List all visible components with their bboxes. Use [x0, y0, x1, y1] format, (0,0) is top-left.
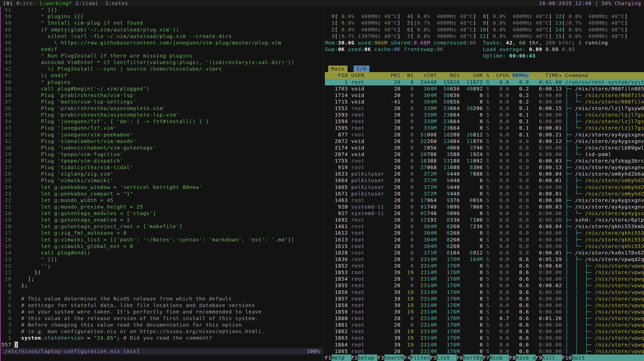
process-row[interactable]: 1859 root 39 19 2314M 176M 0 S 0.0 0.6 0… — [325, 308, 644, 315]
process-row[interactable]: 877 root 20 0 51008 18280 16812 S 0.0 0.… — [325, 131, 644, 138]
process-row[interactable]: 1623 polkituser 20 0 372M 9440 7888 S 0.… — [325, 171, 644, 177]
process-table-header[interactable]: PID USER PRI NI VIRT RES SHR S CPU% MEM%… — [325, 72, 644, 79]
fkey-f2-key[interactable]: F2 — [351, 354, 358, 361]
process-row[interactable]: 1665 polkituser 20 0 372M 9440 0 S 0.0 0… — [325, 184, 644, 190]
vim-line-number: 23 — [2, 191, 15, 197]
process-row[interactable]: 1855 root 20 0 2314M 176M 0 S 0.0 0.6 0:… — [325, 282, 644, 289]
fkey-f3-key[interactable]: F3 — [377, 354, 384, 361]
process-row[interactable]: 1755 root 20 0 18388 13180 11092 S 0.0 0… — [325, 158, 644, 164]
process-command: /run/current-system/systemd/li — [565, 79, 644, 85]
vim-line: 19 let g:gutentags_enabled = 1 — [2, 217, 322, 223]
vim-line-number: 4 — [2, 315, 15, 321]
process-row[interactable]: 1714 void 20 0 304M 58656 0 S 0.0 0.2 0:… — [325, 92, 644, 98]
process-user: root — [351, 197, 384, 203]
process-row[interactable]: 1615 root 20 0 304M 8260 0 S 0.0 0.0 0:0… — [325, 243, 644, 249]
process-row[interactable]: 1692 root 20 0 12192 8336 7100 S 0.0 0.0… — [325, 217, 644, 223]
process-row[interactable]: 1865 root 20 0 2314M 176M 0 S 0.0 0.6 0:… — [325, 348, 644, 354]
process-row[interactable]: 1664 polkituser 20 0 372M 9440 0 S 0.0 0… — [325, 177, 644, 184]
process-state: S — [486, 342, 490, 348]
process-row[interactable]: 919 root 20 0 37068 11608 8396 S 0.0 0.0… — [325, 164, 644, 171]
process-user: root — [351, 335, 384, 341]
process-row[interactable]: 1461 root 20 0 304M 8260 7236 S 0.0 0.0 … — [325, 223, 644, 230]
process-row-selected[interactable]: 1 root 20 0 24440 15816 11672 S 0.0 0.0 … — [325, 79, 644, 85]
fkey-f6-key[interactable]: F6 — [457, 354, 463, 361]
process-row[interactable]: 1594 root 20 0 330M 23664 0 S 0.0 0.1 0:… — [325, 118, 644, 125]
fkey-f10-key[interactable]: F10 — [562, 354, 572, 361]
process-state: S — [486, 309, 490, 315]
pane-divider[interactable] — [323, 7, 323, 361]
tree-branch-icon: │ │ ├─ — [565, 282, 595, 288]
process-row[interactable]: 1595 root 20 0 330M 23664 0 S 0.0 0.1 0:… — [325, 125, 644, 131]
process-command: /nix/store/ay4ygsxgnvxv4alw — [575, 138, 644, 144]
process-row[interactable]: 1861 root 20 0 2314M 176M 0 S 0.0 0.6 0:… — [325, 322, 644, 328]
process-row[interactable]: 1863 root 39 19 2314M 176M 0 S 0.0 0.6 0… — [325, 335, 644, 341]
process-pid: 1858 — [325, 302, 348, 308]
fkey-f3-search[interactable]: Search — [384, 354, 404, 361]
process-user: root — [351, 276, 384, 282]
process-row[interactable]: 1593 root 20 0 330M 23664 0 S 0.0 0.1 0:… — [325, 112, 644, 118]
process-row[interactable]: 1852 root 20 0 2314M 176M 0 S 0.0 0.6 0:… — [325, 263, 644, 269]
process-row[interactable]: 2072 void 20 0 22260 13484 11076 S 0.0 0… — [325, 138, 644, 144]
vim-line: 47 silent !curl -fLo ~/.vim/autoload/plu… — [2, 33, 322, 39]
cpu-meter-8: 8[ 0.0% 400MHz 48°C] — [480, 13, 552, 19]
process-pid: 1664 — [325, 177, 348, 183]
tree-branch-icon: ├─ — [565, 217, 575, 223]
fkey-f5-list[interactable]: List — [437, 354, 457, 361]
fkey-f4-filter[interactable]: Filter — [410, 354, 430, 361]
process-row[interactable]: 1612 root 20 0 304M 8260 0 S 0.0 0.0 0:0… — [325, 230, 644, 236]
process-pid: 1861 — [325, 322, 348, 328]
fkey-f4-key[interactable]: F4 — [404, 354, 410, 361]
fkey-f10-quit[interactable]: Quit — [572, 354, 644, 361]
process-row[interactable]: 927 systemd-ti 20 0 91748 9096 0 S 0.0 0… — [325, 210, 644, 217]
process-row[interactable]: 2074 void 20 0 20780 3588 1924 S 0.0 0.0… — [325, 151, 644, 158]
process-row[interactable]: 1854 root 20 0 2314M 176M 0 S 0.0 0.6 0:… — [325, 276, 644, 282]
process-row[interactable]: 1856 root 39 19 2314M 176M 0 S 0.0 0.6 0… — [325, 289, 644, 295]
process-row[interactable]: 1671 polkituser 20 0 372M 9440 0 S 0.0 0… — [325, 190, 644, 197]
process-row[interactable]: 1853 root 39 19 2314M 176M 0 S 0.0 0.6 0… — [325, 269, 644, 276]
header-sort-column-mem[interactable]: MEM%▽ — [512, 72, 529, 78]
fkey-f5-key[interactable]: F5 — [430, 354, 437, 361]
fkey-f7-nice[interactable]: Nice - — [490, 354, 509, 361]
process-row[interactable]: 1857 root 39 19 2314M 176M 0 S 0.0 0.6 0… — [325, 295, 644, 302]
tab-main[interactable]: Main — [328, 66, 347, 72]
process-row[interactable]: 1864 root 39 19 2314M 176M 0 S 0.0 0.6 0… — [325, 341, 644, 348]
process-row[interactable]: 1858 root 39 19 2314M 176M 0 S 0.0 0.6 0… — [325, 302, 644, 308]
process-user: root — [351, 237, 384, 243]
process-state: S — [486, 86, 490, 92]
process-row[interactable]: 1862 root 39 19 2314M 176M 0 S 0.0 0.6 0… — [325, 328, 644, 335]
process-row[interactable]: 1463 root 20 0 17964 9376 8016 S 0.0 0.0… — [325, 197, 644, 203]
tree-branch-icon: │ ├─ — [565, 230, 585, 236]
fkey-f1-key[interactable]: F1 — [325, 354, 331, 361]
vim-pane[interactable]: 51 " }}} 50 " plugins {{{ 49 " Install v… — [2, 0, 322, 361]
htop-pane[interactable]: 0[ 0.0% 400MHz 48°C] 4[ 0.0% 400MHz 48°C… — [325, 0, 644, 361]
process-row[interactable]: 1715 void -41 0 304M 58656 0 S 0.0 0.2 0… — [325, 98, 644, 105]
process-row[interactable]: 2174 void 20 0 5856 4068 3740 S 0.0 0.0 … — [325, 144, 644, 151]
fkey-f8-key[interactable]: F8 — [509, 354, 516, 361]
process-pid: 1863 — [325, 335, 348, 341]
fkey-f6-sortby[interactable]: SortBy — [463, 354, 483, 361]
process-command: /nix/store/vpwqd2q5y5 — [595, 269, 644, 275]
vim-line: 30 Plug 'ludovicchabant/vim-gutentags' — [2, 144, 322, 151]
fkey-f9-kill[interactable]: Kill — [542, 354, 562, 361]
uptime-row: Uptime: 00:06:43 — [325, 53, 644, 59]
process-row[interactable]: 1613 root 20 0 304M 8260 0 S 0.0 0.0 0:0… — [325, 236, 644, 243]
process-state: S — [486, 105, 490, 111]
process-row[interactable]: 1828 root 20 0 371M 8104 6912 S 0.0 0.0 … — [325, 249, 644, 256]
process-row[interactable]: 1836 root 20 0 2314M 176M 104M S 0.0 0.6… — [325, 256, 644, 263]
process-row[interactable]: 1703 void 20 0 304M 58656 48892 S 0.0 0.… — [325, 85, 644, 92]
vim-line-number: 11 — [2, 269, 15, 275]
process-row[interactable]: 920 systemd-ti 20 0 91748 9096 7868 S 0.… — [325, 203, 644, 210]
process-row[interactable]: 1552 root 20 0 330M 23664 20296 S 0.0 0.… — [325, 105, 644, 112]
process-state: S — [486, 243, 490, 249]
fkey-f8-nice[interactable]: Nice + — [516, 354, 536, 361]
fkey-f2-setup[interactable]: Setup — [358, 354, 378, 361]
vim-line-number: 48 — [2, 27, 15, 33]
tab-io[interactable]: I/O — [354, 66, 369, 72]
htop-tabs: MainI/O — [325, 66, 644, 72]
fkey-f9-key[interactable]: F9 — [536, 354, 542, 361]
process-row[interactable]: 1860 root 20 0 2314M 176M 0 S 0.7 0.6 0:… — [325, 315, 644, 322]
process-command: /nix/store/vpwqd2q5y5 — [595, 289, 644, 295]
vim-line-number: 49 — [2, 20, 15, 26]
fkey-f1-help[interactable]: Help — [331, 354, 351, 361]
fkey-f7-key[interactable]: F7 — [483, 354, 489, 361]
